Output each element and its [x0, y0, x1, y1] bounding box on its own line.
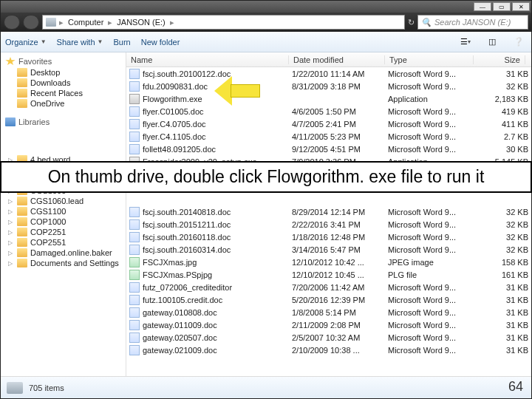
breadcrumb-seg[interactable]: JANSON (E:) — [115, 18, 166, 27]
cell-type: Microsoft Word 9... — [388, 220, 477, 229]
table-row[interactable]: gateway.021009.doc2/10/2009 10:38 ...Mic… — [126, 344, 531, 356]
cell-date: 12/10/2012 10:42 ... — [292, 258, 388, 267]
expand-icon[interactable]: ▷ — [8, 219, 13, 225]
table-row[interactable]: flyer.C01005.doc4/6/2005 1:50 PMMicrosof… — [126, 105, 531, 117]
sidebar-item[interactable]: Desktop — [1, 67, 126, 78]
expand-icon[interactable]: ▷ — [8, 260, 13, 267]
search-icon: 🔍 — [421, 18, 432, 27]
col-date[interactable]: Date modified — [289, 55, 385, 64]
table-row[interactable]: follett48.091205.doc9/12/2005 4:51 PMMic… — [126, 143, 531, 155]
sidebar-item-label: Downloads — [30, 78, 70, 87]
sidebar-item[interactable]: Downloads — [1, 78, 126, 88]
cell-size: 31 KB — [477, 333, 528, 342]
file-icon — [129, 245, 140, 255]
expand-icon[interactable]: ▷ — [8, 208, 13, 215]
expand-icon[interactable]: ▷ — [8, 250, 13, 256]
file-icon — [129, 106, 140, 117]
table-row[interactable]: futz.100105.credit.doc5/20/2016 12:39 PM… — [126, 293, 531, 306]
table-row[interactable]: flyer.C4.0705.doc4/7/2005 2:41 PMMicroso… — [126, 117, 531, 130]
view-options-button[interactable]: ☰▾ — [457, 35, 474, 50]
cell-name: fdu.20090831.doc — [129, 81, 292, 92]
cell-type: Microsoft Word 9... — [388, 245, 477, 254]
sidebar-item[interactable]: OneDrive — [1, 98, 126, 109]
table-row[interactable]: fscj.south.20140818.doc8/29/2014 12:14 P… — [126, 205, 531, 218]
table-row[interactable]: fdu.20090831.doc8/31/2009 3:18 PMMicroso… — [126, 80, 531, 92]
expand-icon[interactable]: ▷ — [8, 198, 13, 205]
organize-menu[interactable]: Organize▼ — [5, 38, 47, 47]
cell-date: 9/12/2005 4:51 PM — [292, 145, 388, 154]
file-icon — [129, 320, 140, 330]
breadcrumb-seg[interactable]: Computer — [66, 18, 105, 27]
sidebar-item[interactable]: ▷Documents and Settings — [1, 258, 126, 268]
help-button[interactable]: ❔ — [511, 35, 527, 50]
table-row[interactable]: gateway.010808.doc1/8/2008 5:14 PMMicros… — [126, 306, 531, 318]
expand-icon[interactable]: ▷ — [8, 229, 13, 236]
table-row[interactable]: fscj.south.20100122.doc1/22/2010 11:14 A… — [126, 67, 531, 80]
cell-type: Microsoft Word 9... — [388, 107, 477, 116]
table-row[interactable]: fscj.south.20151211.doc2/22/2016 3:41 PM… — [126, 218, 531, 231]
cell-date: 2/11/2009 2:08 PM — [292, 321, 388, 330]
table-row[interactable]: fscj.south.20160118.doc1/18/2016 12:48 P… — [126, 231, 531, 243]
table-row[interactable]: FSCJXmas.jpg12/10/2012 10:42 ...JPEG ima… — [126, 256, 531, 268]
cell-type: Application — [388, 95, 477, 103]
folder-icon — [17, 68, 27, 77]
cell-size: 32 KB — [477, 245, 528, 254]
cell-date: 5/20/2016 12:39 PM — [292, 296, 388, 304]
maximize-button[interactable]: ▭ — [493, 2, 511, 11]
expand-icon[interactable]: ▷ — [8, 239, 13, 246]
folder-icon — [17, 207, 27, 216]
cell-type: Microsoft Word 9... — [388, 233, 477, 242]
refresh-icon[interactable]: ↻ — [408, 18, 415, 27]
cell-type: Microsoft Word 9... — [388, 69, 477, 78]
sidebar-favorites-header[interactable]: Favorites — [1, 55, 126, 67]
new-folder-button[interactable]: New folder — [141, 38, 180, 47]
sidebar-item[interactable]: ▷COP1000 — [1, 216, 126, 227]
cell-type: Microsoft Word 9... — [388, 346, 477, 355]
cell-date: 12/10/2012 10:45 ... — [292, 270, 388, 279]
folder-icon — [17, 259, 27, 267]
preview-pane-button[interactable]: ◫ — [484, 35, 500, 50]
col-name[interactable]: Name — [126, 55, 289, 64]
minimize-button[interactable]: — — [474, 2, 491, 11]
sidebar-item[interactable]: ▷CGS1100 — [1, 206, 126, 216]
sidebar-item-label: Recent Places — [30, 89, 83, 98]
search-input[interactable]: 🔍 Search JANSON (E:) — [417, 15, 528, 30]
sidebar-item[interactable]: ▷Damaged.online.baker — [1, 248, 126, 258]
sidebar-item-label: CGS1060.lead — [30, 197, 83, 205]
table-row[interactable] — [126, 193, 531, 205]
sidebar-item-label: Damaged.online.baker — [30, 248, 112, 257]
share-menu[interactable]: Share with▼ — [57, 38, 103, 47]
back-button[interactable] — [4, 15, 20, 30]
sidebar-item-label: COP1000 — [30, 217, 66, 226]
table-row[interactable]: gateway.020507.doc2/5/2007 10:32 AMMicro… — [126, 331, 531, 344]
burn-button[interactable]: Burn — [113, 38, 130, 47]
sidebar-libraries-header[interactable]: Libraries — [1, 116, 126, 128]
breadcrumb[interactable]: ▸ Computer ▸ JANSON (E:) ▸ — [42, 15, 405, 30]
table-row[interactable]: gateway.011009.doc2/11/2009 2:08 PMMicro… — [126, 318, 531, 331]
cell-date: 3/14/2016 5:47 PM — [292, 245, 388, 254]
col-size[interactable]: Size — [474, 55, 525, 64]
col-type[interactable]: Type — [385, 55, 474, 64]
sidebar-item[interactable]: ▷COP2551 — [1, 237, 126, 248]
cell-date: 7/20/2006 11:42 AM — [292, 283, 388, 292]
cell-name: gateway.010808.doc — [129, 307, 292, 318]
sidebar: Favorites DesktopDownloadsRecent PlacesO… — [1, 52, 126, 376]
table-row[interactable]: fscj.south.20160314.doc3/14/2016 5:47 PM… — [126, 243, 531, 256]
explorer-window: — ▭ ✕ ▸ Computer ▸ JANSON (E:) ▸ ↻ 🔍 Sea… — [0, 0, 532, 399]
table-row[interactable]: Flowgorithm.exeApplication2,183 KB — [126, 92, 531, 105]
item-count: 705 items — [29, 383, 64, 392]
forward-button[interactable] — [23, 15, 39, 30]
cell-size: 31 KB — [477, 296, 528, 304]
table-row[interactable]: flyer.C4.1105.doc4/11/2005 5:23 PMMicros… — [126, 130, 531, 143]
sidebar-item[interactable]: ▷CGS1060.lead — [1, 196, 126, 206]
table-row[interactable]: futz_072006_crediteditor7/20/2006 11:42 … — [126, 281, 531, 293]
cell-name: flyer.C4.0705.doc — [129, 119, 292, 129]
sidebar-item[interactable]: ▷COP2251 — [1, 227, 126, 237]
cell-type: Microsoft Word 9... — [388, 120, 477, 129]
sidebar-item[interactable]: Recent Places — [1, 88, 126, 98]
table-row[interactable]: FSCJXmas.PSpjpg12/10/2012 10:45 ...PLG f… — [126, 268, 531, 281]
search-placeholder: Search JANSON (E:) — [434, 18, 511, 27]
file-icon — [129, 332, 140, 343]
cell-size: 31 KB — [477, 308, 528, 317]
close-button[interactable]: ✕ — [512, 2, 530, 11]
